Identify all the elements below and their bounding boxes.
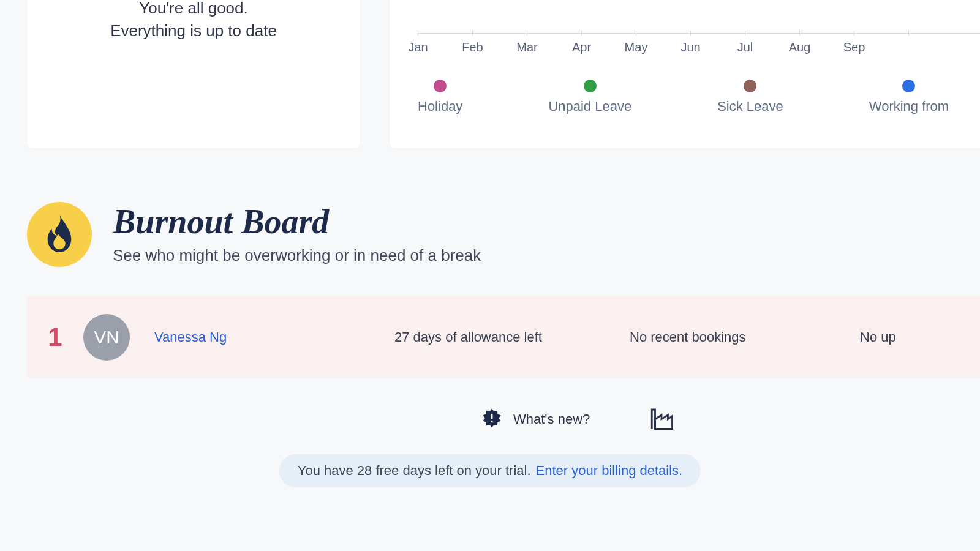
month-label: Jul bbox=[718, 40, 772, 54]
status-card: You're all good. Everything is up to dat… bbox=[27, 0, 360, 148]
burst-badge-icon bbox=[481, 408, 502, 431]
avatar-initials: VN bbox=[94, 327, 119, 348]
factory-icon[interactable] bbox=[649, 405, 674, 433]
month-label: Apr bbox=[554, 40, 609, 54]
month-label: Jan bbox=[391, 40, 445, 54]
timeline-axis bbox=[418, 33, 980, 34]
status-line-2: Everything is up to date bbox=[42, 21, 345, 40]
timeline-legend: Holiday Unpaid Leave Sick Leave Working … bbox=[418, 80, 980, 114]
avatar[interactable]: VN bbox=[83, 314, 130, 361]
burnout-header: Burnout Board See who might be overworki… bbox=[27, 202, 481, 267]
legend-item-unpaid-leave: Unpaid Leave bbox=[548, 80, 631, 114]
timeline-card: Jan Feb Mar Apr May Jun Jul Aug Sep Holi… bbox=[390, 0, 980, 148]
legend-item-holiday: Holiday bbox=[418, 80, 462, 114]
trial-banner: You have 28 free days left on your trial… bbox=[279, 454, 701, 487]
recent-bookings-text: No recent bookings bbox=[630, 329, 746, 345]
trial-message: You have 28 free days left on your trial… bbox=[298, 463, 531, 479]
burnout-title: Burnout Board bbox=[113, 204, 481, 239]
legend-label: Working from bbox=[869, 99, 949, 114]
flame-icon bbox=[27, 202, 92, 267]
dot-icon bbox=[744, 80, 756, 92]
svg-rect-0 bbox=[491, 414, 493, 419]
month-label: Mar bbox=[500, 40, 554, 54]
legend-label: Holiday bbox=[418, 99, 462, 114]
month-label: Aug bbox=[772, 40, 827, 54]
month-label: May bbox=[609, 40, 663, 54]
enter-billing-details-link[interactable]: Enter your billing details. bbox=[536, 463, 683, 479]
legend-item-working-from: Working from bbox=[869, 80, 949, 114]
legend-item-sick-leave: Sick Leave bbox=[717, 80, 783, 114]
person-name-link[interactable]: Vanessa Ng bbox=[154, 329, 227, 345]
footer-links: What's new? bbox=[481, 405, 674, 433]
burnout-subtitle: See who might be overworking or in need … bbox=[113, 246, 481, 265]
timeline-months: Jan Feb Mar Apr May Jun Jul Aug Sep bbox=[418, 40, 980, 54]
legend-label: Sick Leave bbox=[717, 99, 783, 114]
allowance-text: 27 days of allowance left bbox=[394, 329, 542, 345]
dot-icon bbox=[584, 80, 597, 92]
legend-label: Unpaid Leave bbox=[548, 99, 631, 114]
dot-icon bbox=[434, 80, 447, 92]
burnout-row[interactable]: 1 VN Vanessa Ng 27 days of allowance lef… bbox=[27, 296, 980, 378]
status-line-1: You're all good. bbox=[42, 0, 345, 18]
whats-new-label: What's new? bbox=[513, 411, 590, 427]
dot-icon bbox=[902, 80, 915, 92]
svg-rect-1 bbox=[491, 421, 493, 422]
month-label: Feb bbox=[445, 40, 500, 54]
month-label: Sep bbox=[827, 40, 881, 54]
burnout-rank: 1 bbox=[27, 323, 83, 352]
month-label: Jun bbox=[663, 40, 718, 54]
whats-new-button[interactable]: What's new? bbox=[481, 408, 590, 431]
upcoming-text: No up bbox=[860, 329, 896, 345]
